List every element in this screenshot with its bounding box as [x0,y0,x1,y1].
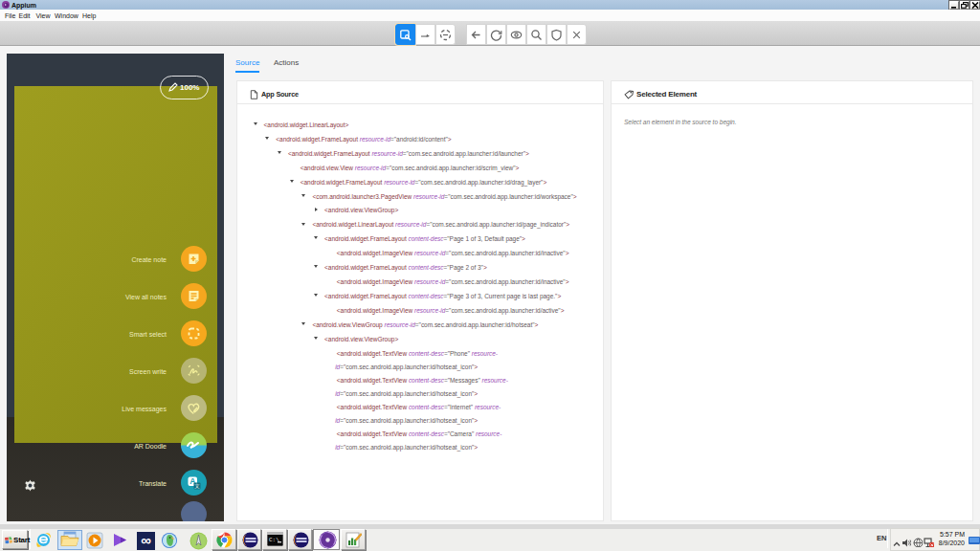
svg-text:文: 文 [194,484,200,490]
svg-text:∞: ∞ [141,532,151,548]
